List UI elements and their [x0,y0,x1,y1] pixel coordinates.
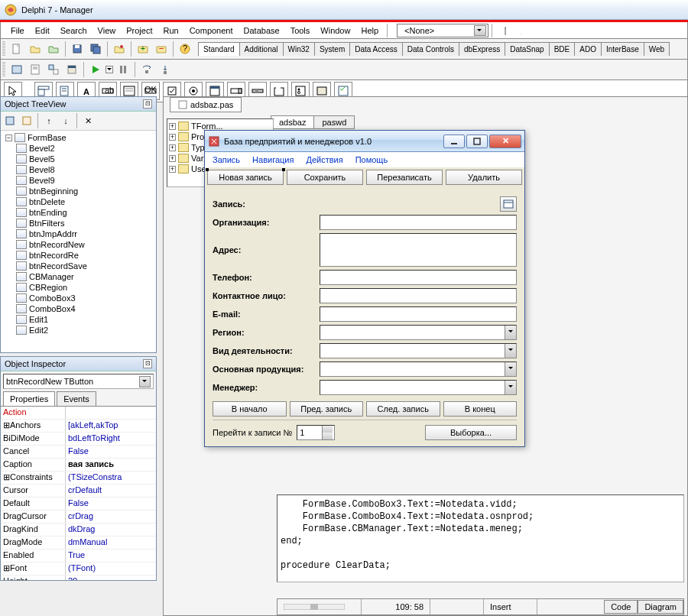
property-row[interactable]: CancelFalse [1,446,156,459]
menu-item[interactable]: View [92,24,122,37]
menu-item[interactable]: Run [157,24,183,37]
maximize-button[interactable] [466,135,488,148]
form-designer-window[interactable]: База предприятий и менеджеров v1.0 ✕ Зап… [204,130,525,447]
palette-tab[interactable]: Additional [239,42,284,56]
palette-tab[interactable]: BDE [549,42,576,56]
tree-node[interactable]: btnEnding [2,207,154,218]
palette-tab[interactable]: DataSnap [505,42,549,56]
menu-item[interactable]: Database [239,24,285,37]
minimize-button[interactable] [443,135,465,148]
menu-item[interactable]: File [5,24,30,37]
property-row[interactable]: Action [1,407,156,420]
palette-tab[interactable]: dbExpress [459,42,505,56]
run-dropdown-icon[interactable] [105,66,113,73]
open-project-icon[interactable] [45,41,62,57]
menu-item[interactable]: Project [121,24,157,37]
form-input[interactable] [320,215,517,230]
form-nav-button[interactable]: След. запись [366,401,440,417]
pin-icon[interactable]: ⊡ [143,99,152,109]
open-unit-icon[interactable] [111,41,128,57]
view-form-icon[interactable] [8,61,25,78]
form-combobox[interactable] [320,325,517,340]
tree-up-icon[interactable]: ↑ [41,113,57,128]
form-input[interactable] [320,270,517,285]
form-toolbar-button[interactable]: Перезаписать [366,170,443,185]
run-icon[interactable] [87,61,104,78]
tree-node[interactable]: BtnFilters [2,218,154,229]
form-input[interactable] [320,288,517,303]
inspector-tab[interactable]: Properties [3,391,55,406]
property-row[interactable]: BiDiModebdLeftToRight [1,433,156,446]
palette-tab[interactable]: InterBase [601,42,644,56]
form-input[interactable] [320,233,517,267]
menu-item[interactable]: Component [184,24,239,37]
form-toolbar-button[interactable]: Новая запись [207,170,284,185]
tree-delete-icon[interactable]: ✕ [80,113,96,128]
form-combobox[interactable] [320,343,517,358]
remove-icon[interactable]: − [153,41,170,57]
inspector-tab[interactable]: Events [57,391,96,406]
goto-input[interactable] [297,426,322,439]
toolbar-grip[interactable] [2,41,5,57]
tree-node[interactable]: Edit2 [2,325,154,336]
form-title-bar[interactable]: База предприятий и менеджеров v1.0 ✕ [205,131,524,152]
code-text[interactable]: FormBase.ComboBox3.Text:=Notedata.vidd; … [277,494,684,582]
tool-icon[interactable] [514,24,527,37]
property-row[interactable]: ⊞Font(TFont) [1,563,156,575]
object-tree[interactable]: −FormBaseBevel2Bevel5Bevel8Bevel9btnBegi… [1,131,156,352]
menu-item[interactable]: Window [315,24,355,37]
form-menu-item[interactable]: Помощь [351,154,393,166]
menu-item[interactable]: Edit [30,24,55,37]
tree-node[interactable]: CBManager [2,271,154,282]
property-row[interactable]: DragCursorcrDrag [1,511,156,524]
close-button[interactable]: ✕ [489,135,521,148]
form-menu-item[interactable]: Навигация [248,154,298,166]
save-all-icon[interactable] [87,41,104,57]
form-combobox[interactable] [320,380,517,395]
tree-node[interactable]: Bevel9 [2,175,154,186]
help-icon[interactable]: ? [177,41,193,57]
palette-tab[interactable]: ADO [574,42,602,56]
tree-node[interactable]: btnBeginning [2,186,154,196]
tree-node[interactable]: btnRecordSave [2,261,154,271]
tree-root[interactable]: −FormBase [2,132,154,143]
form-combobox[interactable] [320,361,517,377]
step-into-icon[interactable] [157,61,174,78]
form-menu-item[interactable]: Запись [208,154,245,166]
palette-tab[interactable]: Win32 [283,42,315,56]
property-row[interactable]: DragKinddkDrag [1,524,156,537]
tree-node[interactable]: btnDelete [2,196,154,207]
editor-mode-tab[interactable]: Code [604,600,638,614]
add-icon[interactable]: + [135,41,151,57]
tree-node[interactable]: btnRecordNew [2,239,154,250]
spin-down-icon[interactable] [322,433,333,439]
editor-mode-tab[interactable]: Diagram [638,600,683,614]
form-menu-item[interactable]: Действия [301,154,347,166]
tree-down-icon[interactable]: ↓ [58,113,73,128]
record-detail-button[interactable] [500,196,517,212]
tree-node[interactable]: Bevel5 [2,154,154,164]
toolbar-grip[interactable] [2,62,5,77]
tree-tool-icon[interactable] [2,113,18,128]
open-file-icon[interactable] [27,41,44,57]
tree-node[interactable]: CBRegion [2,282,154,293]
property-row[interactable]: DefaultFalse [1,498,156,511]
tree-node[interactable]: btnRecordRe [2,250,154,261]
property-grid[interactable]: Action⊞Anchors[akLeft,akTopBiDiModebdLef… [1,406,156,580]
form-nav-button[interactable]: В начало [213,401,287,417]
tree-node[interactable]: ComboBox3 [2,293,154,303]
form-toolbar-button[interactable]: Сохранить [287,170,363,185]
palette-tab[interactable]: Web [644,42,670,56]
tree-tool-icon[interactable] [19,113,34,128]
property-row[interactable]: ⊞Constraints(TSizeConstra [1,472,156,485]
step-over-icon[interactable] [138,61,155,78]
property-row[interactable]: ⊞Anchors[akLeft,akTop [1,420,156,433]
pause-icon[interactable] [115,61,131,78]
tool-icon[interactable] [498,24,512,37]
unit-subtab[interactable]: paswd [313,115,355,129]
new-form-icon[interactable] [63,61,80,78]
form-nav-button[interactable]: В конец [443,401,518,417]
palette-tab[interactable]: Standard [198,42,240,56]
inspector-combo[interactable]: btnRecordNew TButton [3,374,154,389]
tree-node[interactable]: btnJmpAddrr [2,229,154,239]
